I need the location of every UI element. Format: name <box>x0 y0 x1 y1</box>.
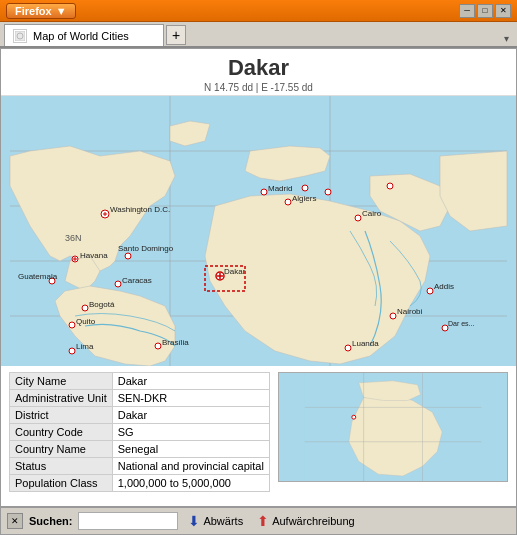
tab-scroll-area: ▾ <box>500 31 513 46</box>
tab-title: Map of World Cities <box>33 30 129 42</box>
svg-point-50 <box>355 215 361 221</box>
search-bar: ✕ Suchen: ⬇ Abwärts ⬆ Aufwärchreibung <box>1 506 516 534</box>
arrow-up-icon: ⬆ <box>257 513 269 529</box>
search-up-label: Aufwärchreibung <box>272 515 355 527</box>
svg-point-49 <box>387 183 393 189</box>
svg-point-43 <box>261 189 267 195</box>
table-cell-value: SG <box>112 424 269 441</box>
svg-point-48 <box>325 189 331 195</box>
maximize-button[interactable]: □ <box>477 4 493 18</box>
svg-point-74 <box>352 415 356 419</box>
svg-text:Madrid: Madrid <box>268 184 292 193</box>
table-cell-value: SEN-DKR <box>112 390 269 407</box>
tab-favicon <box>13 29 27 43</box>
svg-point-25 <box>125 253 131 259</box>
svg-text:Nairobi: Nairobi <box>397 307 423 316</box>
table-row: Country CodeSG <box>10 424 270 441</box>
table-cell-label: Status <box>10 458 113 475</box>
svg-point-63 <box>345 345 351 351</box>
svg-text:Lima: Lima <box>76 342 94 351</box>
search-close-button[interactable]: ✕ <box>7 513 23 529</box>
mini-map[interactable] <box>278 372 508 482</box>
table-cell-value: Dakar <box>112 373 269 390</box>
mini-map-svg <box>279 373 507 481</box>
svg-point-31 <box>69 322 75 328</box>
svg-text:Caracas: Caracas <box>122 276 152 285</box>
info-table: City NameDakarAdministrative UnitSEN-DKR… <box>9 372 270 492</box>
svg-text:Brasília: Brasília <box>162 338 189 347</box>
svg-point-47 <box>302 185 308 191</box>
table-row: Administrative UnitSEN-DKR <box>10 390 270 407</box>
search-label: Suchen: <box>29 515 72 527</box>
table-row: Population Class1,000,000 to 5,000,000 <box>10 475 270 492</box>
svg-text:Algiers: Algiers <box>292 194 316 203</box>
main-map[interactable]: 36N Tropic of Capricorn Tropic of Capric… <box>1 96 516 366</box>
svg-text:Bogotá: Bogotá <box>89 300 115 309</box>
table-cell-value: National and provincial capital <box>112 458 269 475</box>
svg-text:Santo Domingo: Santo Domingo <box>118 244 174 253</box>
arrow-down-icon: ⬇ <box>188 513 200 529</box>
svg-rect-0 <box>15 31 25 41</box>
firefox-menu-button[interactable]: Firefox ▼ <box>6 3 76 19</box>
svg-text:Guatemala: Guatemala <box>18 272 58 281</box>
table-cell-label: District <box>10 407 113 424</box>
table-cell-label: Administrative Unit <box>10 390 113 407</box>
city-coordinates: N 14.75 dd | E -17.55 dd <box>1 82 516 93</box>
search-up-button[interactable]: ⬆ Aufwärchreibung <box>253 511 359 531</box>
city-header: Dakar N 14.75 dd | E -17.55 dd <box>1 49 516 96</box>
minimize-button[interactable]: ─ <box>459 4 475 18</box>
map-svg: 36N Tropic of Capricorn Tropic of Capric… <box>1 96 516 366</box>
new-tab-button[interactable]: + <box>166 25 186 45</box>
table-cell-value: Dakar <box>112 407 269 424</box>
svg-text:36N: 36N <box>65 233 82 243</box>
svg-text:Dar es...: Dar es... <box>448 320 475 327</box>
table-row: Country NameSenegal <box>10 441 270 458</box>
svg-text:Luanda: Luanda <box>352 339 379 348</box>
table-row: City NameDakar <box>10 373 270 390</box>
table-cell-label: Population Class <box>10 475 113 492</box>
titlebar: Firefox ▼ ─ □ ✕ <box>0 0 517 22</box>
table-cell-value: 1,000,000 to 5,000,000 <box>112 475 269 492</box>
table-cell-label: Country Code <box>10 424 113 441</box>
svg-point-33 <box>69 348 75 354</box>
search-down-button[interactable]: ⬇ Abwärts <box>184 511 247 531</box>
svg-text:Addis: Addis <box>434 282 454 291</box>
search-input[interactable] <box>78 512 178 530</box>
tab-map-of-world-cities[interactable]: Map of World Cities <box>4 24 164 46</box>
search-down-label: Abwärts <box>203 515 243 527</box>
window-controls: ─ □ ✕ <box>459 4 511 18</box>
svg-point-27 <box>115 281 121 287</box>
firefox-label: Firefox <box>15 5 52 17</box>
table-cell-value: Senegal <box>112 441 269 458</box>
table-cell-label: Country Name <box>10 441 113 458</box>
svg-point-59 <box>390 313 396 319</box>
close-button[interactable]: ✕ <box>495 4 511 18</box>
svg-text:Washington D.C.: Washington D.C. <box>110 205 170 214</box>
svg-text:Dakar: Dakar <box>224 267 246 276</box>
table-row: StatusNational and provincial capital <box>10 458 270 475</box>
city-name: Dakar <box>1 55 516 81</box>
table-cell-label: City Name <box>10 373 113 390</box>
svg-point-35 <box>155 343 161 349</box>
svg-point-45 <box>285 199 291 205</box>
tab-bar: Map of World Cities + ▾ <box>0 22 517 48</box>
info-section: City NameDakarAdministrative UnitSEN-DKR… <box>1 366 516 498</box>
svg-text:Quito: Quito <box>76 317 96 326</box>
firefox-dropdown-icon: ▼ <box>56 5 67 17</box>
svg-point-57 <box>427 288 433 294</box>
table-row: DistrictDakar <box>10 407 270 424</box>
svg-text:Cairo: Cairo <box>362 209 382 218</box>
svg-point-29 <box>82 305 88 311</box>
svg-text:Havana: Havana <box>80 251 108 260</box>
window-body: Dakar N 14.75 dd | E -17.55 dd <box>0 48 517 535</box>
